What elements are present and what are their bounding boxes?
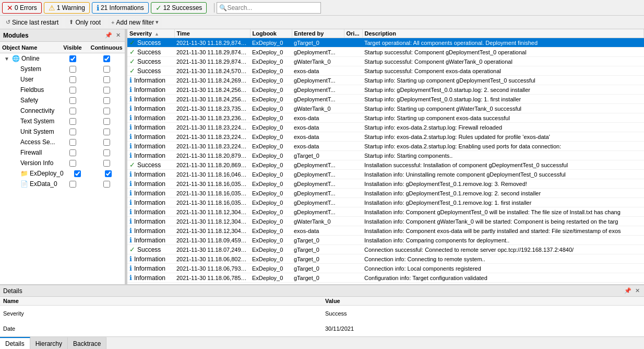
tree-item-continuous-checkbox[interactable] [88, 129, 125, 135]
continuous-checkbox[interactable] [103, 108, 110, 114]
tree-item-accessse[interactable]: Access Se... [0, 137, 125, 147]
search-input[interactable] [227, 4, 318, 11]
tree-item-visible-checkbox[interactable] [57, 139, 88, 146]
continuous-checkbox[interactable] [103, 66, 110, 73]
visible-checkbox[interactable] [69, 76, 76, 83]
tree-item-visible-checkbox[interactable] [64, 170, 92, 177]
table-row[interactable]: ℹInformation 2021-11-30 11.18.12,304999 … [127, 226, 644, 236]
continuous-checkbox[interactable] [103, 97, 110, 104]
table-row[interactable]: ✓Success 2021-11-30 11.18.24,570999 ExDe… [127, 66, 644, 76]
tree-item-continuous-checkbox[interactable] [88, 55, 125, 62]
visible-checkbox[interactable] [69, 139, 76, 146]
tree-item-connectivity[interactable]: Connectivity [0, 106, 125, 116]
bottom-tab-details[interactable]: Details [0, 337, 30, 349]
success-button[interactable]: ✓ 12 Successes [151, 2, 207, 14]
tree-item-textsystem[interactable]: Text System [0, 116, 125, 126]
visible-checkbox[interactable] [69, 87, 76, 94]
since-last-restart-button[interactable]: ↺ Since last restart [2, 17, 62, 28]
errors-button[interactable]: ✕ 0 Errors [2, 2, 42, 14]
visible-checkbox[interactable] [69, 129, 76, 135]
tree-item-unitsystem[interactable]: Unit System [0, 126, 125, 137]
tree-item-continuous-checkbox[interactable] [88, 87, 125, 94]
continuous-checkbox[interactable] [103, 160, 110, 167]
details-pin-button[interactable]: 📌 [623, 287, 633, 294]
tree-item-visible-checkbox[interactable] [57, 66, 88, 73]
visible-checkbox[interactable] [69, 97, 76, 104]
tree-item-visible-checkbox[interactable] [57, 87, 88, 94]
continuous-checkbox[interactable] [103, 118, 110, 125]
tree-item-versioninfo[interactable]: Version Info [0, 158, 125, 168]
table-row[interactable]: ℹInformation 2021-11-30 11.18.23,224999 … [127, 142, 644, 151]
pin-button[interactable]: 📌 [104, 32, 113, 39]
table-row[interactable]: ℹInformation 2021-11-30 11.18.16,035999 … [127, 198, 644, 207]
tree-item-continuous-checkbox[interactable] [88, 66, 125, 73]
tree-item-visible-checkbox[interactable] [57, 55, 88, 62]
tree-item-continuous-checkbox[interactable] [88, 118, 125, 125]
table-row[interactable]: ✓Success 2021-11-30 11.18.07,249999 ExDe… [127, 245, 644, 254]
col-header-desc[interactable]: Description [362, 29, 644, 38]
tree-item-safety[interactable]: Safety [0, 95, 125, 106]
tree-item-continuous-checkbox[interactable] [88, 181, 125, 188]
tree-item-visible-checkbox[interactable] [57, 97, 88, 104]
tree-item-continuous-checkbox[interactable] [88, 160, 125, 167]
visible-checkbox[interactable] [69, 118, 76, 125]
table-row[interactable]: ℹInformation 2021-11-30 11.18.16,035999 … [127, 189, 644, 198]
info-button[interactable]: ℹ 21 Informations [92, 2, 149, 14]
only-root-button[interactable]: ⬆ Only root [65, 17, 104, 28]
continuous-checkbox[interactable] [103, 76, 110, 83]
table-row[interactable]: ℹInformation 2021-11-30 11.18.06,802999 … [127, 254, 644, 264]
col-header-logbook[interactable]: Logbook [250, 29, 292, 38]
table-row[interactable]: ℹInformation 2021-11-30 11.18.24,269000 … [127, 76, 644, 85]
table-row[interactable]: ℹInformation 2021-11-30 11.18.23,735999 … [127, 104, 644, 113]
table-row[interactable]: ℹInformation 2021-11-30 11.18.09,459000 … [127, 236, 644, 245]
tree-item-visible-checkbox[interactable] [57, 118, 88, 125]
col-header-ori[interactable]: Ori... [344, 29, 362, 38]
tree-item-continuous-checkbox[interactable] [88, 108, 125, 114]
warnings-button[interactable]: ⚠ 1 Warning [44, 2, 90, 14]
tree-item-visible-checkbox[interactable] [57, 181, 89, 188]
log-table-wrap[interactable]: Severity ▲ Time Logbook Entered by Ori..… [127, 29, 644, 284]
table-row[interactable]: ✓Success 2021-11-30 11.18.20,869999 ExDe… [127, 160, 644, 170]
tree-item-continuous-checkbox[interactable] [88, 97, 125, 104]
tree-item-visible-checkbox[interactable] [57, 76, 88, 83]
table-row[interactable]: ℹInformation 2021-11-30 11.18.23,224999 … [127, 132, 644, 142]
table-row[interactable]: ℹInformation 2021-11-30 11.18.16,046999 … [127, 170, 644, 179]
table-row[interactable]: ℹInformation 2021-11-30 11.18.23,236999 … [127, 113, 644, 123]
col-header-time[interactable]: Time [174, 29, 250, 38]
visible-checkbox[interactable] [69, 108, 76, 114]
col-header-enteredby[interactable]: Entered by [292, 29, 344, 38]
details-close-button[interactable]: ✕ [634, 287, 641, 294]
table-row[interactable]: ℹInformation 2021-11-30 11.18.06,785000 … [127, 273, 644, 283]
tree-item-online[interactable]: ▼ 🌐 Online [0, 53, 125, 64]
tree-item-continuous-checkbox[interactable] [88, 139, 125, 146]
visible-checkbox[interactable] [69, 55, 76, 62]
table-row[interactable]: ℹInformation 2021-11-30 11.18.06,793000 … [127, 264, 644, 273]
tree-item-firewall[interactable]: Firewall [0, 147, 125, 158]
table-row[interactable]: ℹInformation 2021-11-30 11.18.16,035999 … [127, 179, 644, 189]
continuous-checkbox[interactable] [105, 170, 112, 177]
visible-checkbox[interactable] [69, 160, 76, 167]
col-header-severity[interactable]: Severity ▲ [127, 29, 174, 38]
tree-item-continuous-checkbox[interactable] [88, 76, 125, 83]
tree-item-fieldbus[interactable]: Fieldbus [0, 85, 125, 95]
tree-item-visible-checkbox[interactable] [57, 160, 88, 167]
table-row[interactable]: ℹInformation 2021-11-30 11.18.24,256999 … [127, 95, 644, 104]
visible-checkbox[interactable] [69, 149, 76, 156]
visible-checkbox[interactable] [69, 181, 76, 188]
tree-item-exdata0[interactable]: 📄 ExData_0 [0, 179, 125, 189]
tree-item-system[interactable]: System [0, 64, 125, 74]
table-row[interactable]: ℹInformation 2021-11-30 11.18.12,304999 … [127, 207, 644, 217]
close-panel-button[interactable]: ✕ [115, 32, 122, 39]
bottom-tab-hierarchy[interactable]: Hierarchy [30, 337, 68, 349]
table-row[interactable]: ℹInformation 2021-11-30 11.18.12,304999 … [127, 217, 644, 226]
continuous-checkbox[interactable] [103, 129, 110, 135]
table-row[interactable]: ℹInformation 2021-11-30 11.18.23,224999 … [127, 123, 644, 132]
visible-checkbox[interactable] [74, 170, 81, 177]
tree-item-exdeploy0[interactable]: 📁 ExDeploy_0 [0, 168, 125, 179]
continuous-checkbox[interactable] [103, 55, 110, 62]
visible-checkbox[interactable] [69, 66, 76, 73]
continuous-checkbox[interactable] [103, 149, 110, 156]
table-row[interactable]: ✓Success 2021-11-30 11.18.29,874999 ExDe… [127, 57, 644, 66]
tree-item-continuous-checkbox[interactable] [88, 149, 125, 156]
tree-item-visible-checkbox[interactable] [57, 108, 88, 114]
